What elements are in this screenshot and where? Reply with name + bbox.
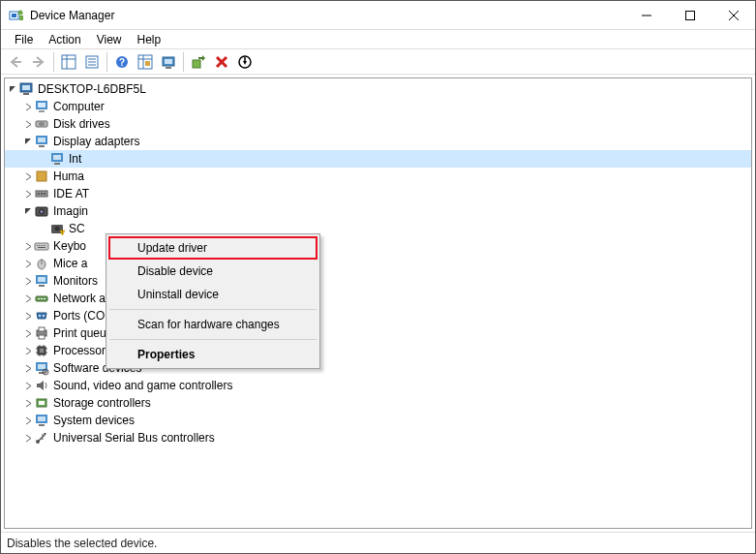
device-tree[interactable]: DESKTOP-L6DBF5L Computer Disk drives Dis… (4, 77, 752, 529)
tree-category-storage[interactable]: Storage controllers (5, 394, 751, 412)
expand-icon[interactable] (22, 98, 34, 115)
processor-icon (34, 343, 49, 358)
svg-rect-41 (53, 155, 61, 160)
tree-category-display-adapters[interactable]: Display adapters (5, 133, 751, 150)
expand-icon[interactable] (22, 255, 34, 272)
tree-label: SC (67, 222, 85, 235)
svg-rect-75 (39, 335, 45, 339)
mouse-icon (34, 256, 49, 271)
context-menu: Update driver Disable device Uninstall d… (106, 233, 320, 369)
expand-icon[interactable] (22, 412, 34, 429)
menu-file[interactable]: File (7, 31, 41, 48)
menu-view[interactable]: View (89, 31, 130, 48)
tree-label: Computer (51, 100, 105, 113)
collapse-icon[interactable] (22, 133, 34, 150)
svg-rect-87 (38, 364, 45, 369)
tree-root[interactable]: DESKTOP-L6DBF5L (5, 80, 751, 98)
keyboard-icon (34, 238, 49, 254)
context-scan-hardware[interactable]: Scan for hardware changes (108, 313, 318, 336)
expand-icon[interactable] (22, 115, 34, 133)
tree-label: Processors (51, 344, 111, 357)
help-button[interactable]: ? (111, 51, 133, 73)
close-button[interactable] (711, 1, 755, 29)
context-properties[interactable]: Properties (108, 343, 318, 366)
tree-label: IDE AT (51, 187, 89, 200)
expand-icon[interactable] (22, 168, 34, 185)
system-device-icon (34, 413, 49, 428)
properties-button[interactable] (81, 51, 103, 73)
toolbar-separator (53, 52, 54, 72)
tree-category-system[interactable]: System devices (5, 412, 751, 429)
tree-device-intel[interactable]: Int (5, 150, 751, 168)
minimize-button[interactable] (624, 1, 668, 29)
tree-category-ide[interactable]: IDE AT (5, 185, 751, 202)
expand-icon[interactable] (22, 185, 34, 202)
scan-hardware-button[interactable] (158, 51, 179, 73)
tree-category-imaging[interactable]: Imagin (5, 202, 751, 220)
ide-icon (34, 186, 49, 201)
collapse-icon[interactable] (7, 80, 18, 98)
expand-icon[interactable] (22, 237, 34, 255)
expand-icon[interactable] (22, 429, 34, 446)
context-disable-device[interactable]: Disable device (108, 260, 318, 283)
svg-rect-30 (22, 85, 30, 90)
expand-icon[interactable] (22, 324, 34, 342)
svg-point-2 (18, 10, 23, 15)
storage-controller-icon (34, 395, 49, 411)
disk-drive-icon (34, 116, 49, 132)
toolbar-separator (106, 52, 107, 72)
expand-icon[interactable] (22, 394, 34, 412)
context-uninstall-device[interactable]: Uninstall device (108, 283, 318, 306)
sound-icon (34, 378, 49, 393)
tree-label: Mice a (51, 257, 87, 270)
tree-category-hid[interactable]: Huma (5, 168, 751, 185)
expand-icon[interactable] (22, 359, 34, 377)
svg-rect-5 (685, 11, 694, 19)
tree-category-computer[interactable]: Computer (5, 98, 751, 115)
forward-button[interactable] (28, 51, 49, 73)
expand-icon[interactable] (22, 342, 34, 359)
collapse-icon[interactable] (22, 202, 34, 220)
menu-action[interactable]: Action (41, 31, 88, 48)
disable-button[interactable] (234, 51, 256, 73)
toolbar: ? (1, 49, 755, 75)
window-title: Device Manager (30, 9, 624, 22)
svg-rect-23 (166, 67, 171, 69)
usb-icon (34, 430, 49, 446)
context-update-driver[interactable]: Update driver (108, 236, 318, 260)
expand-icon[interactable] (22, 377, 34, 394)
tree-label: DESKTOP-L6DBF5L (36, 82, 146, 96)
expand-icon[interactable] (22, 272, 34, 290)
tree-label: System devices (51, 414, 135, 427)
svg-rect-93 (38, 416, 45, 421)
svg-rect-39 (39, 145, 45, 147)
camera-warn-icon: ! (49, 221, 65, 236)
update-driver-button[interactable] (188, 51, 209, 73)
svg-rect-68 (38, 298, 40, 299)
expand-icon[interactable] (22, 307, 34, 324)
status-bar: Disables the selected device. (1, 532, 755, 553)
maximize-button[interactable] (668, 1, 711, 29)
port-icon (34, 308, 49, 323)
menu-help[interactable]: Help (130, 31, 169, 48)
show-hide-tree-button[interactable] (58, 51, 79, 73)
title-bar: Device Manager (1, 1, 755, 30)
computer-icon (34, 99, 49, 114)
svg-point-71 (39, 315, 41, 317)
display-adapter-icon (49, 151, 65, 167)
svg-rect-57 (39, 245, 40, 246)
expand-icon[interactable] (22, 290, 34, 307)
svg-rect-77 (40, 349, 44, 353)
tree-label: Disk drives (51, 117, 110, 131)
back-button[interactable] (5, 51, 26, 73)
uninstall-button[interactable] (211, 51, 232, 73)
svg-rect-46 (41, 193, 43, 195)
svg-rect-42 (54, 163, 60, 165)
svg-rect-58 (41, 245, 42, 246)
action-button[interactable] (135, 51, 156, 73)
tree-category-usb[interactable]: Universal Serial Bus controllers (5, 429, 751, 446)
svg-point-36 (39, 122, 45, 126)
monitor-icon (34, 273, 49, 289)
tree-category-disk-drives[interactable]: Disk drives (5, 115, 751, 133)
tree-category-sound[interactable]: Sound, video and game controllers (5, 377, 751, 394)
